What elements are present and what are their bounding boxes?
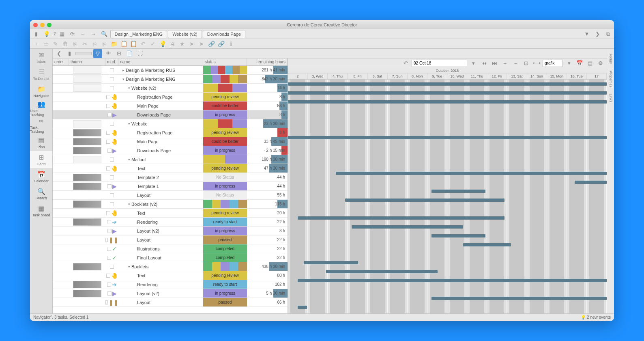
refresh-icon[interactable]: ⟳ xyxy=(68,30,77,39)
chevron-right-icon[interactable]: ❯ xyxy=(593,30,602,39)
gantt-bar[interactable] xyxy=(288,91,607,95)
checkbox-icon[interactable] xyxy=(107,229,112,233)
nav-search[interactable]: 🔍Search xyxy=(30,185,52,202)
task-row[interactable]: ▸Design & Marketing RUS261 h 41 min xyxy=(53,66,288,75)
checkbox-icon[interactable] xyxy=(105,300,108,304)
task-row[interactable]: 🤚Main Pagecould be better58 h xyxy=(53,101,288,110)
checkbox-icon[interactable] xyxy=(110,158,114,162)
col-status[interactable]: status xyxy=(203,58,247,65)
col-order[interactable]: order xyxy=(53,58,69,65)
cal-icon[interactable]: 📅 xyxy=(575,59,584,68)
task-row[interactable]: ✓Final Layoutcompleted22 h xyxy=(53,253,288,262)
star-icon[interactable]: ★ xyxy=(178,39,187,48)
maximize-icon[interactable] xyxy=(47,23,52,27)
info-icon[interactable]: ℹ xyxy=(226,39,235,48)
gantt-bar[interactable] xyxy=(288,136,607,139)
gantt-bar[interactable] xyxy=(345,199,504,202)
gantt-bar[interactable] xyxy=(463,243,511,246)
checkbox-icon[interactable] xyxy=(110,202,114,206)
task-row[interactable]: ▾Booklets (v2)116 h xyxy=(53,200,288,209)
undo-icon[interactable]: ↶ xyxy=(139,39,148,48)
gantt-bar[interactable] xyxy=(336,172,607,175)
checkbox-icon[interactable] xyxy=(107,256,111,260)
clone-icon[interactable]: ⎘ xyxy=(90,39,99,48)
task-row[interactable]: ▾Booklets438 h 30 min xyxy=(53,262,288,271)
view-select[interactable] xyxy=(543,60,563,67)
bulb-icon[interactable]: 💡 xyxy=(42,30,51,39)
task-row[interactable]: ▶Layout (v2)in progress5 h 30 min xyxy=(53,289,288,298)
collapse-icon[interactable]: ❮ xyxy=(54,49,63,58)
task-row[interactable]: 🤚Registration Pagepending review8 h xyxy=(53,93,288,101)
checkbox-icon[interactable] xyxy=(107,220,111,224)
right-tab-links[interactable]: Links xyxy=(609,92,613,104)
nav-navigator[interactable]: 📁Navigator xyxy=(30,83,52,100)
print-icon[interactable]: 🖨 xyxy=(168,39,177,48)
cut-icon[interactable]: ✂ xyxy=(80,39,89,48)
task-row[interactable]: ❚❚Layoutpaused66 h xyxy=(53,298,288,307)
task-row[interactable]: ✓Illustrationscompleted22 h xyxy=(53,244,288,253)
gantt-bar[interactable] xyxy=(304,261,358,264)
nav-task-board[interactable]: ▦Task board xyxy=(30,202,52,219)
checkbox-icon[interactable] xyxy=(110,77,114,81)
nav-task-tracking[interactable]: ∞Task Tracking xyxy=(30,117,52,134)
fwd-icon[interactable]: ➤ xyxy=(187,39,196,48)
task-row[interactable]: ▾Website (v2)74 h xyxy=(53,84,288,93)
task-row[interactable]: Template 2No Status44 h xyxy=(53,173,288,182)
eye-icon[interactable]: 👁 xyxy=(104,49,113,58)
doc-icon[interactable]: 📄 xyxy=(125,49,134,58)
gantt-bar[interactable] xyxy=(288,100,607,104)
task-row[interactable]: ▶Downloads Pagein progress8 h xyxy=(53,110,288,119)
gantt-bar[interactable] xyxy=(288,82,607,86)
view1-icon[interactable]: ▮ xyxy=(65,49,74,58)
gantt-bar[interactable] xyxy=(298,306,307,309)
checkbox-icon[interactable] xyxy=(110,122,114,126)
expand-icon[interactable]: ▾ xyxy=(127,202,131,206)
nav-to-do-list[interactable]: ☰To Do List xyxy=(30,66,52,83)
checkbox-icon[interactable] xyxy=(110,68,114,72)
breadcrumb-item[interactable]: Design _Marketing ENG xyxy=(110,30,167,38)
checkbox-icon[interactable] xyxy=(107,247,111,251)
gantt-bar[interactable] xyxy=(326,270,438,273)
trash-icon[interactable]: 🗑 xyxy=(61,39,70,48)
folder-icon[interactable]: 📁 xyxy=(109,39,118,48)
gantt-bar[interactable] xyxy=(298,216,505,220)
col-hours[interactable]: remaining hours xyxy=(247,58,288,65)
gear-icon[interactable]: ⚙ xyxy=(596,59,605,68)
nav-user-tracking[interactable]: 👥User Tracking xyxy=(30,100,52,117)
range-icon[interactable]: ⟷ xyxy=(532,59,541,68)
zoom-out-icon[interactable]: － xyxy=(511,59,520,68)
task-row[interactable]: LayoutNo Status55 h xyxy=(53,191,288,200)
right-tab-properties[interactable]: Properties xyxy=(609,69,613,89)
checkbox-icon[interactable] xyxy=(107,184,112,188)
checkbox-icon[interactable] xyxy=(107,291,112,296)
stack-icon[interactable]: ▭ xyxy=(41,39,50,48)
expand-icon[interactable]: ▸ xyxy=(121,68,126,72)
checkbox-icon[interactable] xyxy=(106,104,110,108)
expand-icon[interactable]: ▾ xyxy=(121,77,126,81)
task-row[interactable]: ➜Renderingready to start22 h xyxy=(53,218,288,227)
dropdown-icon[interactable]: ▼ xyxy=(582,30,591,39)
gantt-bar[interactable] xyxy=(431,190,486,193)
chevron-down-icon[interactable]: ▾ xyxy=(469,59,478,68)
back-icon[interactable]: ← xyxy=(79,30,88,39)
edit-icon[interactable]: ✎ xyxy=(51,39,60,48)
checkbox-icon[interactable] xyxy=(106,274,110,278)
expand-icon[interactable]: ▾ xyxy=(127,265,131,269)
external-icon[interactable]: ⧉ xyxy=(603,30,612,39)
breadcrumb-item[interactable]: Website (v2) xyxy=(168,30,202,38)
columns-icon[interactable]: ⊞ xyxy=(114,49,123,58)
task-row[interactable]: 🤚Main Pagecould be better33 h 45 min xyxy=(53,137,288,146)
last-icon[interactable]: ⏭ xyxy=(490,59,499,68)
gantt-bar[interactable] xyxy=(431,234,486,237)
filter-icon[interactable]: ▽ xyxy=(93,49,102,58)
nav-calendar[interactable]: 📅Calendar xyxy=(30,168,52,185)
checkbox-icon[interactable] xyxy=(106,166,110,170)
checkbox-icon[interactable] xyxy=(110,193,114,197)
breadcrumb-item[interactable]: Downloads Page xyxy=(203,30,245,38)
col-name[interactable]: name xyxy=(118,58,203,65)
link2-icon[interactable]: 🔗 xyxy=(217,39,225,48)
nav-inbox[interactable]: ✉Inbox xyxy=(30,49,52,66)
checkbox-icon[interactable] xyxy=(107,113,112,117)
right-tab-forum[interactable]: Forum xyxy=(609,52,613,66)
gantt-body[interactable] xyxy=(288,80,607,313)
